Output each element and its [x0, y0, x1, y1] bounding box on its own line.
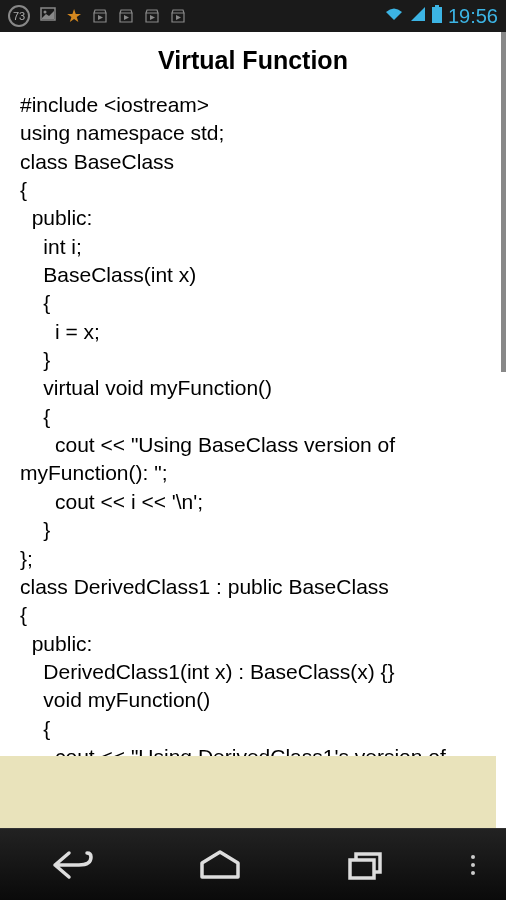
- back-button[interactable]: [13, 835, 133, 895]
- notification-badge: 73: [8, 5, 30, 27]
- play-store-icon-1: [92, 8, 108, 24]
- code-listing: #include <iostream> using namespace std;…: [0, 85, 506, 800]
- play-store-icon-2: [118, 8, 134, 24]
- scrollbar[interactable]: [501, 32, 506, 372]
- badge-count: 73: [13, 10, 25, 22]
- home-button[interactable]: [160, 835, 280, 895]
- recent-apps-button[interactable]: [306, 835, 426, 895]
- navigation-bar: [0, 828, 506, 900]
- content-area[interactable]: Virtual Function #include <iostream> usi…: [0, 32, 506, 828]
- play-store-icon-4: [170, 8, 186, 24]
- signal-icon: [410, 6, 426, 27]
- status-bar: 73 ★ 19:56: [0, 0, 506, 32]
- status-left-group: 73 ★: [8, 5, 186, 27]
- ad-banner[interactable]: [0, 756, 496, 828]
- clock-time: 19:56: [448, 5, 498, 28]
- svg-rect-3: [432, 7, 442, 23]
- menu-button[interactable]: [453, 835, 493, 895]
- battery-icon: [432, 5, 442, 28]
- svg-point-1: [44, 11, 47, 14]
- wifi-icon: [384, 6, 404, 27]
- svg-rect-2: [435, 5, 439, 7]
- status-right-group: 19:56: [384, 5, 498, 28]
- svg-rect-4: [350, 860, 374, 878]
- play-store-icon-3: [144, 8, 160, 24]
- page-title: Virtual Function: [0, 32, 506, 85]
- image-icon: [40, 6, 56, 26]
- star-icon: ★: [66, 5, 82, 27]
